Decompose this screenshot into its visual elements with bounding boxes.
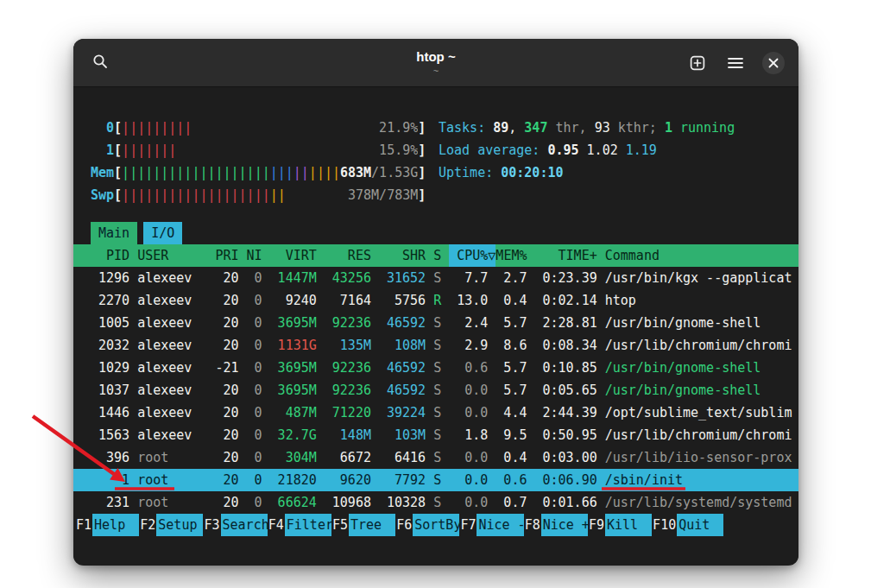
cell-s: S — [433, 424, 441, 446]
cell-s: S — [433, 357, 441, 379]
cell-pri: 20 — [207, 334, 238, 357]
window-headerbar: htop ~ ~ — [73, 39, 798, 87]
fkey-f8[interactable]: F8Nice + — [524, 514, 588, 536]
cell-cpu: 0.0 — [449, 469, 488, 491]
process-row-396[interactable]: 396root200304M66726416S0.00.40:03.00/usr… — [73, 446, 798, 469]
cell-user: alexeev — [137, 289, 199, 312]
column-header-shr[interactable]: SHR — [379, 244, 426, 267]
column-header-ni[interactable]: NI — [247, 244, 262, 267]
fkey-number: F1 — [75, 514, 92, 536]
cell-cpu: 2.4 — [449, 312, 488, 334]
process-row-1029[interactable]: 1029alexeev-2103695M9223646592S0.65.70:1… — [73, 357, 798, 379]
cell-virt: 9240 — [270, 289, 317, 312]
cell-mem: 5.7 — [495, 379, 527, 401]
fkey-f5[interactable]: F5Tree — [331, 514, 395, 536]
cell-virt: 304M — [270, 446, 317, 469]
cell-user: alexeev — [137, 424, 199, 446]
fkey-action-label: SortBy — [413, 514, 459, 536]
cell-pid: 2032 — [91, 334, 129, 357]
cell-cmd: /usr/bin/kgx --gapplicat — [605, 267, 792, 289]
process-row-2270[interactable]: 2270alexeev200924071645756R13.00.40:02.1… — [73, 289, 798, 312]
column-header-pri[interactable]: PRI — [207, 244, 238, 267]
meter-bar: |||||||||||||||||||||378M/783M — [122, 184, 418, 206]
function-key-bar: F1HelpF2SetupF3SearchF4FilterF5TreeF6Sor… — [73, 514, 798, 536]
cell-pid: 1563 — [91, 424, 129, 446]
cell-virt: 21820 — [270, 469, 317, 491]
fkey-number: F3 — [203, 514, 220, 536]
process-row-2032[interactable]: 2032alexeev2001131G135M108MS2.98.60:08.3… — [73, 334, 798, 357]
column-header-pid[interactable]: PID — [91, 244, 129, 267]
close-button[interactable] — [762, 52, 785, 74]
cell-shr: 108M — [379, 334, 426, 357]
cell-pid: 1446 — [91, 401, 129, 424]
fkey-f10[interactable]: F10Quit — [652, 514, 723, 536]
search-button[interactable] — [89, 52, 111, 74]
cell-shr: 39224 — [379, 401, 426, 424]
cell-user: alexeev — [137, 401, 199, 424]
process-row-1446[interactable]: 1446alexeev200487M7122039224S0.04.42:44.… — [73, 401, 798, 424]
fkey-f4[interactable]: F4Filter — [268, 514, 331, 536]
cell-res: 7164 — [325, 289, 371, 312]
cell-user: alexeev — [137, 334, 199, 357]
cell-pri: 20 — [207, 424, 238, 446]
column-header-res[interactable]: RES — [325, 244, 371, 267]
cell-mem: 0.4 — [495, 446, 527, 469]
cell-time: 2:44.39 — [534, 401, 596, 424]
process-row-1296[interactable]: 1296alexeev2001447M4325631652S7.72.70:23… — [73, 267, 798, 289]
tab-io[interactable]: I/O — [143, 222, 182, 244]
fkey-number: F6 — [395, 514, 413, 536]
cell-time: 0:23.39 — [534, 267, 596, 289]
search-icon — [92, 54, 108, 73]
htop-header-area: 0[|||||||||21.9%]1[|||||||15.9%]Mem[||||… — [73, 87, 798, 206]
cell-pid: 231 — [91, 491, 129, 514]
column-header-user[interactable]: USER — [137, 244, 199, 267]
fkey-f9[interactable]: F9Kill — [588, 514, 652, 536]
cell-pri: 20 — [207, 469, 238, 491]
column-header-virt[interactable]: VIRT — [270, 244, 317, 267]
column-header-cmd[interactable]: Command — [605, 244, 660, 267]
process-row-231[interactable]: 231root200666241096810328S0.00.70:01.66/… — [73, 491, 798, 514]
cell-mem: 4.4 — [495, 401, 527, 424]
process-row-1037[interactable]: 1037alexeev2003695M9223646592S0.05.70:05… — [73, 379, 798, 401]
process-row-1005[interactable]: 1005alexeev2003695M9223646592S2.45.72:28… — [73, 312, 798, 334]
cell-cpu: 0.0 — [449, 401, 488, 424]
fkey-f3[interactable]: F3Search — [203, 514, 267, 536]
process-row-1[interactable]: 1root2002182096207792S0.00.60:06.90/sbin… — [73, 469, 798, 491]
fkey-number: F7 — [459, 514, 477, 536]
cell-pri: 20 — [207, 312, 238, 334]
tab-main[interactable]: Main — [91, 222, 137, 244]
cell-mem: 2.7 — [495, 267, 527, 289]
cell-shr: 46592 — [379, 357, 426, 379]
fkey-f7[interactable]: F7Nice - — [459, 514, 523, 536]
cell-cpu: 0.6 — [449, 357, 488, 379]
fkey-number: F2 — [139, 514, 156, 536]
cell-virt: 3695M — [270, 357, 317, 379]
new-tab-button[interactable] — [686, 52, 709, 74]
fkey-f2[interactable]: F2Setup — [139, 514, 203, 536]
meter-label: Swp — [91, 184, 114, 206]
cell-s: S — [433, 491, 441, 514]
column-header-time[interactable]: TIME+ — [534, 244, 596, 267]
menu-button[interactable] — [724, 52, 747, 74]
cell-shr: 5756 — [379, 289, 426, 312]
column-header-mem[interactable]: MEM% — [495, 244, 527, 267]
cell-cmd: /usr/lib/systemd/systemd — [605, 491, 792, 514]
cell-shr: 7792 — [379, 469, 426, 491]
cell-virt: 1447M — [270, 267, 317, 289]
meter-bar: ||||||||||||||||||||||||||||683M/1.53G — [122, 161, 418, 184]
column-header-cpu[interactable]: CPU%▽ — [449, 244, 495, 267]
cell-pri: 20 — [207, 289, 238, 312]
fkey-f6[interactable]: F6SortBy — [395, 514, 459, 536]
cell-res: 148M — [325, 424, 371, 446]
new-tab-icon — [690, 55, 705, 71]
process-row-1563[interactable]: 1563alexeev20032.7G148M103MS1.89.50:50.9… — [73, 424, 798, 446]
cell-virt: 3695M — [270, 379, 317, 401]
fkey-number: F5 — [331, 514, 349, 536]
cell-mem: 5.7 — [495, 312, 527, 334]
meter-label: 1 — [91, 139, 114, 161]
column-header-s[interactable]: S — [433, 244, 441, 267]
cell-cpu: 0.0 — [449, 446, 488, 469]
fkey-f1[interactable]: F1Help — [75, 514, 139, 536]
fkey-action-label: Filter — [285, 514, 331, 536]
cell-cmd: /usr/lib/iio-sensor-prox — [605, 446, 792, 469]
